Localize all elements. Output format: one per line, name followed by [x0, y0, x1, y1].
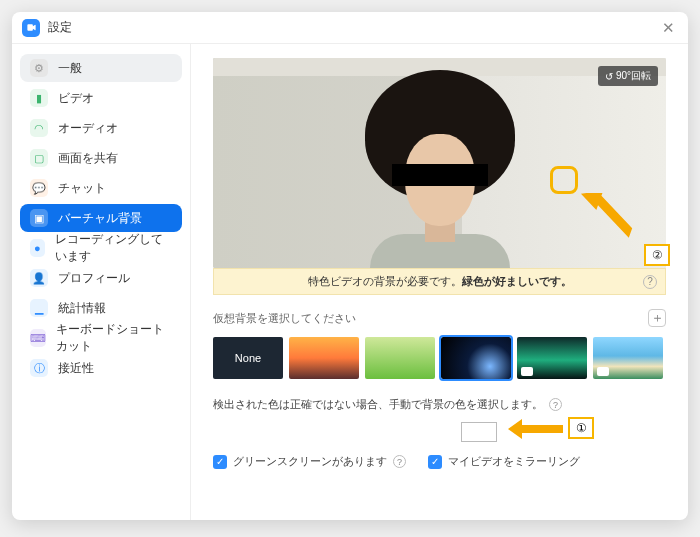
checkbox-row: ✓ グリーンスクリーンがあります ? ✓ マイビデオをミラーリング	[213, 454, 666, 469]
rotate-button[interactable]: ↺90°回転	[598, 66, 658, 86]
help-icon[interactable]: ?	[549, 398, 562, 411]
sidebar-item-label: 一般	[58, 60, 82, 77]
video-indicator-icon	[521, 367, 533, 376]
choose-background-section: 仮想背景を選択してください ＋	[213, 309, 666, 327]
svg-marker-1	[508, 419, 563, 439]
video-icon: ▮	[30, 89, 48, 107]
app-icon	[22, 19, 40, 37]
color-swatch[interactable]	[461, 422, 497, 442]
window-body: ⚙一般 ▮ビデオ ◠オーディオ ▢画面を共有 💬チャット ▣バーチャル背景 ●レ…	[12, 44, 688, 520]
warning-bar: 特色ビデオの背景が必要です。緑色が好ましいです。 ?	[213, 268, 666, 295]
sidebar-item-accessibility[interactable]: ⓘ接近性	[20, 354, 182, 382]
add-background-button[interactable]: ＋	[648, 309, 666, 327]
sidebar-item-label: レコーディングしています	[55, 231, 172, 265]
titlebar: 設定 ✕	[12, 12, 688, 44]
headphones-icon: ◠	[30, 119, 48, 137]
thumb-none[interactable]: None	[213, 337, 283, 379]
warning-text: 特色ビデオの背景が必要です。緑色が好ましいです。	[308, 274, 572, 289]
annotation-arrow-2	[574, 193, 644, 248]
sidebar-item-share[interactable]: ▢画面を共有	[20, 144, 182, 172]
thumb-golden-gate[interactable]	[289, 337, 359, 379]
greenscreen-label: グリーンスクリーンがあります	[233, 454, 387, 469]
sidebar-item-label: チャット	[58, 180, 106, 197]
background-icon: ▣	[30, 209, 48, 227]
rotate-label: 90°回転	[616, 69, 651, 83]
manual-color-text: 検出された色は正確ではない場合、手動で背景の色を選択します。	[213, 397, 543, 412]
color-select-row: ①	[213, 418, 666, 446]
thumb-aurora[interactable]	[517, 337, 587, 379]
thumb-space[interactable]	[441, 337, 511, 379]
sidebar-item-label: プロフィール	[58, 270, 130, 287]
thumb-grass[interactable]	[365, 337, 435, 379]
color-target-highlight	[550, 166, 578, 194]
chat-icon: 💬	[30, 179, 48, 197]
sidebar-item-label: バーチャル背景	[58, 210, 142, 227]
person-silhouette	[350, 68, 530, 268]
sidebar-item-general[interactable]: ⚙一般	[20, 54, 182, 82]
stats-icon: ▁	[30, 299, 48, 317]
window-title: 設定	[48, 19, 658, 36]
annotation-badge-1: ①	[568, 417, 594, 439]
annotation-arrow-1	[508, 416, 563, 442]
gear-icon: ⚙	[30, 59, 48, 77]
preview-wrap: ↺90°回転 ②	[213, 58, 666, 268]
record-icon: ●	[30, 239, 45, 257]
profile-icon: 👤	[30, 269, 48, 287]
settings-window: 設定 ✕ ⚙一般 ▮ビデオ ◠オーディオ ▢画面を共有 💬チャット ▣バーチャル…	[12, 12, 688, 520]
video-indicator-icon	[597, 367, 609, 376]
background-thumbnails: None	[213, 337, 666, 379]
close-button[interactable]: ✕	[658, 18, 678, 38]
sidebar-item-recording[interactable]: ●レコーディングしています	[20, 234, 182, 262]
sidebar-item-profile[interactable]: 👤プロフィール	[20, 264, 182, 292]
keyboard-icon: ⌨	[30, 329, 46, 347]
share-icon: ▢	[30, 149, 48, 167]
main-panel: ↺90°回転 ② 特色ビデオの背景が必要です。緑色が好ましいです。 ? 仮想背景…	[190, 44, 688, 520]
svg-marker-0	[574, 193, 641, 238]
sidebar-item-label: ビデオ	[58, 90, 94, 107]
sidebar-item-label: 接近性	[58, 360, 94, 377]
rotate-icon: ↺	[605, 71, 613, 82]
greenscreen-option: ✓ グリーンスクリーンがあります ?	[213, 454, 406, 469]
sidebar-item-chat[interactable]: 💬チャット	[20, 174, 182, 202]
choose-background-label: 仮想背景を選択してください	[213, 311, 356, 326]
sidebar-item-audio[interactable]: ◠オーディオ	[20, 114, 182, 142]
video-preview: ↺90°回転	[213, 58, 666, 268]
sidebar-item-label: 統計情報	[58, 300, 106, 317]
accessibility-icon: ⓘ	[30, 359, 48, 377]
greenscreen-checkbox[interactable]: ✓	[213, 455, 227, 469]
help-icon[interactable]: ?	[643, 275, 657, 289]
sidebar-item-label: キーボードショートカット	[56, 321, 172, 355]
manual-color-row: 検出された色は正確ではない場合、手動で背景の色を選択します。 ?	[213, 397, 666, 412]
help-icon[interactable]: ?	[393, 455, 406, 468]
annotation-badge-2: ②	[644, 244, 670, 266]
sidebar-item-statistics[interactable]: ▁統計情報	[20, 294, 182, 322]
sidebar-item-label: オーディオ	[58, 120, 118, 137]
mirror-label: マイビデオをミラーリング	[448, 454, 580, 469]
censor-bar	[392, 164, 488, 186]
mirror-checkbox[interactable]: ✓	[428, 455, 442, 469]
sidebar-item-keyboard[interactable]: ⌨キーボードショートカット	[20, 324, 182, 352]
sidebar-item-virtual-background[interactable]: ▣バーチャル背景	[20, 204, 182, 232]
sidebar-item-video[interactable]: ▮ビデオ	[20, 84, 182, 112]
sidebar-item-label: 画面を共有	[58, 150, 118, 167]
thumb-none-label: None	[235, 352, 261, 364]
thumb-beach[interactable]	[593, 337, 663, 379]
mirror-option: ✓ マイビデオをミラーリング	[428, 454, 580, 469]
sidebar: ⚙一般 ▮ビデオ ◠オーディオ ▢画面を共有 💬チャット ▣バーチャル背景 ●レ…	[12, 44, 190, 520]
